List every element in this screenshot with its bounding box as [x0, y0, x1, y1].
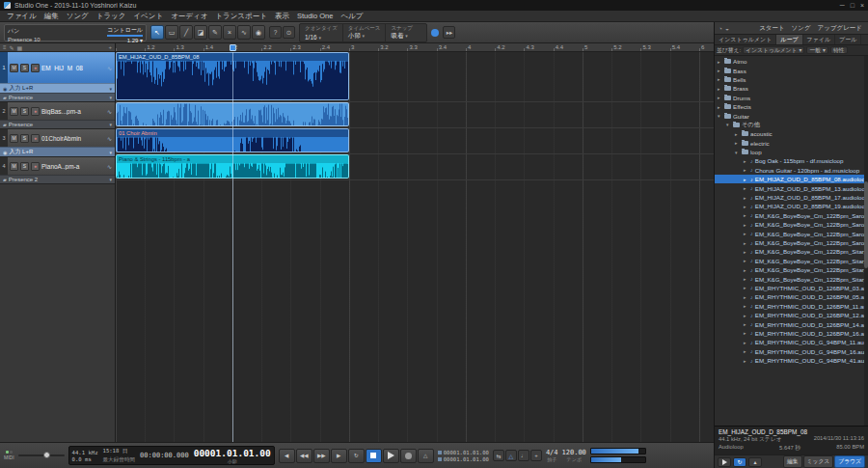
view-button[interactable]: 編集 — [783, 455, 802, 468]
maximize-button[interactable]: □ — [851, 2, 854, 9]
browser-file-item[interactable]: ▸♪EM_K&G_BoyeBoye_Cm_122Bpm_Sitar_01 — [715, 247, 868, 256]
start-page-button[interactable]: スタート — [757, 24, 786, 33]
chevron-right-icon[interactable]: ▸ — [744, 167, 748, 173]
performance-slider[interactable] — [18, 451, 65, 460]
arranger-follow-button[interactable]: ⇆ — [493, 450, 504, 461]
monitor-icon[interactable]: ◔ — [719, 25, 722, 32]
track-input-select[interactable]: ◉入力 L+R▾ — [0, 147, 115, 156]
close-button[interactable]: × — [860, 2, 864, 9]
play-button[interactable] — [383, 449, 399, 463]
chevron-right-icon[interactable]: ▸ — [744, 348, 748, 354]
grid-icon[interactable]: ▦ — [17, 44, 23, 51]
tempo[interactable]: 120.00 テンポ — [562, 449, 586, 462]
menu-item[interactable]: ファイル — [3, 11, 41, 22]
chevron-right-icon[interactable]: ▸ — [744, 195, 748, 201]
browser-file-item[interactable]: ▸♪Bog Oak - 115bpm - df.musicloop — [715, 156, 868, 165]
browser-file-item[interactable]: ▸♪EM_HIJAZ_OUD_D_85BPM_08.audioloop — [715, 175, 868, 183]
chevron-right-icon[interactable]: ▸ — [744, 258, 748, 263]
chevron-right-icon[interactable]: ▸ — [718, 68, 722, 73]
sort-select[interactable]: インストゥルメント▾ — [743, 46, 804, 54]
preview-sync-button[interactable]: ▴ — [748, 457, 762, 467]
chevron-down-icon[interactable]: ▾ — [735, 150, 740, 155]
menu-item[interactable]: ヘルプ — [337, 11, 366, 22]
slider-thumb[interactable] — [43, 452, 50, 458]
quantize-select[interactable]: クオンタイズ 1/16 ▾ — [300, 24, 343, 41]
solo-button[interactable]: S — [20, 162, 29, 171]
timeline-ruler[interactable]: 1.21.31.422.22.32.433.23.33.444.24.34.45… — [116, 43, 714, 52]
menu-item[interactable]: 表示 — [271, 11, 293, 22]
stop-button[interactable] — [366, 449, 382, 463]
chevron-right-icon[interactable]: ▸ — [744, 276, 748, 282]
browser-file-item[interactable]: ▸♪EM_HIJAZ_OUD_D_85BPM_19.audioloop — [715, 202, 868, 210]
browser-file-item[interactable]: ▸♪EM_RHYTHMIC_OUD_D_126BPM_05.audio — [715, 292, 868, 301]
browser-folder-item[interactable]: ▸acoustic — [715, 129, 868, 138]
browser-file-item[interactable]: ▸♪EM_HIJAZ_OUD_D_85BPM_17.audioloop — [715, 193, 868, 202]
browser-file-item[interactable]: ▸♪EM_K&G_BoyeBoye_Cm_122Bpm_Sitar_03 — [715, 274, 868, 283]
browser-file-item[interactable]: ▸♪EM_HIJAZ_OUD_D_85BPM_13.audioloop — [715, 183, 868, 192]
filter-select[interactable]: 一般▾ — [806, 46, 828, 54]
chevron-right-icon[interactable]: ▸ — [718, 86, 722, 92]
click-button[interactable]: △ — [505, 450, 517, 461]
browser-tab[interactable]: インストゥルメント — [715, 35, 776, 44]
menu-item[interactable]: イベント — [129, 11, 167, 22]
zoom-button[interactable]: ⊙ — [283, 26, 295, 39]
snap-select[interactable]: スナップ 吸着 ▾ — [386, 24, 426, 41]
attributes-button[interactable]: 特性 — [830, 46, 848, 54]
view-button[interactable]: ミックス — [803, 455, 834, 468]
chevron-right-icon[interactable]: ▸ — [744, 313, 748, 318]
chevron-down-icon[interactable]: ▾ — [718, 113, 722, 119]
browser-tab[interactable]: プール — [835, 35, 861, 44]
browser-file-item[interactable]: ▸♪EM_K&G_BoyeBoye_Cm_122Bpm_Sarod_0 — [715, 211, 868, 220]
record-arm-button[interactable]: ● — [31, 134, 40, 143]
menu-item[interactable]: トラック — [93, 11, 130, 22]
upgrade-button[interactable]: アップグレード — [816, 24, 864, 33]
browser-folder-item[interactable]: ▸Bass — [715, 66, 868, 74]
chevron-right-icon[interactable]: ▸ — [735, 131, 740, 137]
track-lane[interactable]: EM_HIJAZ_OUD_D_85BPM_08 — [116, 52, 714, 102]
mute-button[interactable]: M — [10, 64, 18, 72]
solo-button[interactable]: S — [20, 134, 29, 143]
browser-file-item[interactable]: ▸♪EM_RHYTHMIC_OUD_D_126BPM_16.audio — [715, 329, 868, 338]
browser-file-item[interactable]: ▸♪EM_K&G_BoyeBoye_Cm_122Bpm_Sitar_01 — [715, 257, 868, 265]
arrow-tool[interactable]: ↖ — [150, 25, 164, 40]
browser-folder-item[interactable]: ▸Atmo — [715, 57, 868, 66]
menu-item[interactable]: ソング — [63, 11, 93, 22]
track-insert-select[interactable]: ▰Presence 2▾ — [0, 175, 115, 183]
browser-file-item[interactable]: ▸♪EM_K&G_BoyeBoye_Cm_122Bpm_Sarod_0 — [715, 229, 868, 237]
user-icon[interactable]: ◒ — [725, 25, 729, 32]
record-arm-button[interactable]: ● — [31, 107, 40, 116]
menu-item[interactable]: オーディオ — [167, 11, 211, 22]
browser-file-item[interactable]: ▸♪EM_K&G_BoyeBoye_Cm_122Bpm_Sitar_02 — [715, 265, 868, 274]
chevron-down-icon[interactable]: ▾ — [726, 122, 731, 127]
menu-item[interactable]: Studio One — [293, 11, 338, 22]
snap-toggle[interactable] — [431, 29, 439, 37]
timebase-select[interactable]: タイムベース 小節 ▾ — [343, 24, 387, 41]
chevron-right-icon[interactable]: ▸ — [718, 104, 722, 110]
return-to-start-button[interactable]: ◀ — [279, 449, 295, 463]
track-lane[interactable]: Piano & Strings - 115bpm - a — [116, 154, 714, 180]
go-to-end-button[interactable]: ▶ — [331, 449, 347, 463]
browser-file-item[interactable]: ▸♪Chorus Guitar - 120bpm - ad.musicloop — [715, 166, 868, 175]
mute-tool[interactable]: × — [223, 25, 236, 40]
help-button[interactable]: ? — [269, 26, 282, 39]
song-page-button[interactable]: ソング — [790, 24, 813, 33]
preview-play-button[interactable] — [718, 457, 731, 467]
browser-folder-item[interactable]: ▸Effects — [715, 102, 868, 111]
browser-folder-item[interactable]: ▸Brass — [715, 84, 868, 93]
track-header[interactable]: 2MS●BigBas...pm-a∿ — [0, 102, 115, 120]
chevron-right-icon[interactable]: ▸ — [744, 158, 748, 164]
chevron-right-icon[interactable]: ▸ — [744, 212, 748, 218]
track-header[interactable]: 3MS●01ChoirAbmin∿ — [0, 129, 115, 147]
record-arm-button[interactable]: ● — [31, 64, 40, 72]
wrench-icon[interactable]: ✎ — [10, 44, 14, 51]
browser-file-item[interactable]: ▸♪EM_RHYTHMIC_OUD_G_94BPM_11.audiol — [715, 338, 868, 346]
solo-button[interactable]: S — [20, 107, 29, 116]
chevron-right-icon[interactable]: ▸ — [718, 76, 722, 82]
loop-range-display[interactable]: 00001.01.01.00 00001.01.01.00 — [438, 450, 489, 462]
browser-file-item[interactable]: ▸♪EM_RHYTHMIC_OUD_D_126BPM_03.audio — [715, 284, 868, 292]
chevron-right-icon[interactable]: ▸ — [744, 177, 748, 182]
track-row[interactable]: 2MS●BigBas...pm-a∿▰Presence▾ — [0, 102, 115, 129]
arrange-lanes[interactable]: EM_HIJAZ_OUD_D_85BPM_08 BigBass1 - 120bp… — [116, 52, 714, 442]
track-header[interactable]: 4MS●PianoA..pm-a∿ — [0, 157, 115, 175]
mute-button[interactable]: M — [10, 107, 18, 116]
